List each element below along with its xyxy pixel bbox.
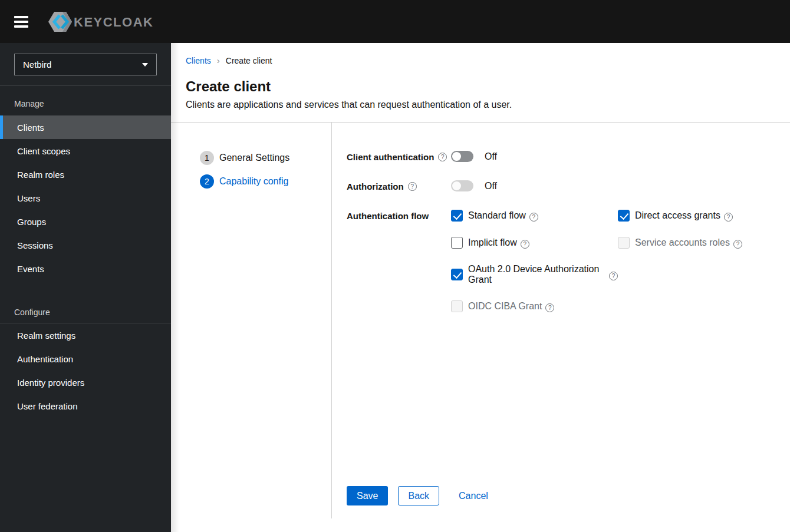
sidebar-item-users[interactable]: Users [0,186,171,210]
capability-config-form: Client authentication ? Off Authorizatio… [332,123,790,518]
realm-selector[interactable]: Netbird [14,54,157,75]
help-icon[interactable]: ? [521,240,529,249]
authentication-flow-options: Standard flow ? Direct access grants ? I… [451,210,785,312]
step-label: General Settings [219,153,289,163]
sidebar-section-configure: Configure [0,295,171,323]
sidebar-item-user-federation[interactable]: User federation [0,394,171,418]
sidebar-item-groups[interactable]: Groups [0,210,171,233]
help-icon[interactable]: ? [609,272,618,280]
service-accounts-roles-option: Service accounts roles ? [618,237,785,249]
page-subtitle: Clients are applications and services th… [186,100,775,110]
cancel-button[interactable]: Cancel [449,486,498,505]
oidc-ciba-grant-option: OIDC CIBA Grant ? [451,300,618,312]
standard-flow-checkbox[interactable] [451,210,463,222]
direct-access-grants-option: Direct access grants ? [618,210,785,222]
help-icon[interactable]: ? [529,213,538,222]
chevron-right-icon: › [217,55,220,65]
oidc-ciba-grant-checkbox [451,300,463,312]
client-authentication-toggle[interactable] [451,151,473,162]
authentication-flow-label: Authentication flow [347,211,429,221]
sidebar: Netbird Manage Clients Client scopes Rea… [0,43,171,532]
form-actions: Save Back Cancel [347,486,498,505]
standard-flow-option: Standard flow ? [451,210,618,222]
top-bar: KEYCLOAK [0,0,790,43]
main-content: Clients › Create client Create client Cl… [171,43,790,532]
save-button[interactable]: Save [347,486,388,505]
caret-down-icon [142,63,148,67]
authorization-row: Authorization ? Off [347,180,790,191]
sidebar-item-realm-settings[interactable]: Realm settings [0,323,171,347]
sidebar-item-client-scopes[interactable]: Client scopes [0,139,171,163]
sidebar-item-clients[interactable]: Clients [0,115,171,139]
step-number-badge: 1 [200,151,214,165]
svg-text:KEYCLOAK: KEYCLOAK [74,15,153,29]
wizard-step-general-settings[interactable]: 1 General Settings [200,151,331,165]
help-icon[interactable]: ? [724,213,733,222]
page-header: Clients › Create client Create client Cl… [171,43,790,123]
keycloak-logo-icon: KEYCLOAK [46,10,164,34]
client-authentication-row: Client authentication ? Off [347,151,790,162]
implicit-flow-checkbox[interactable] [451,237,463,249]
oauth-device-grant-checkbox[interactable] [451,269,463,280]
sidebar-section-manage: Manage [0,86,171,115]
implicit-flow-option: Implicit flow ? [451,237,618,249]
service-accounts-roles-checkbox [618,237,630,249]
back-button[interactable]: Back [398,486,439,505]
breadcrumb-current: Create client [226,56,272,65]
step-label: Capability config [219,176,288,187]
sidebar-item-authentication[interactable]: Authentication [0,347,171,371]
toggle-knob [452,152,461,161]
hamburger-menu-icon[interactable] [14,16,28,28]
client-authentication-value: Off [485,151,497,162]
wizard-nav: 1 General Settings 2 Capability config [171,123,332,518]
authorization-label: Authorization [347,181,404,191]
realm-selector-container: Netbird [0,43,171,86]
create-client-wizard: 1 General Settings 2 Capability config C… [171,123,790,518]
authorization-value: Off [485,181,497,191]
step-number-badge: 2 [200,174,214,189]
toggle-knob [452,181,461,190]
sidebar-item-realm-roles[interactable]: Realm roles [0,163,171,186]
help-icon[interactable]: ? [733,240,742,249]
page-title: Create client [186,78,775,95]
help-icon[interactable]: ? [438,153,447,161]
authorization-toggle [451,180,473,191]
help-icon[interactable]: ? [408,182,417,191]
wizard-step-capability-config[interactable]: 2 Capability config [200,174,331,189]
direct-access-grants-checkbox[interactable] [618,210,630,222]
breadcrumb-clients-link[interactable]: Clients [186,56,211,65]
sidebar-item-sessions[interactable]: Sessions [0,233,171,257]
authentication-flow-row: Authentication flow Standard flow ? Dire… [347,210,790,312]
realm-selector-value: Netbird [23,60,51,70]
help-icon[interactable]: ? [545,303,554,312]
oauth-device-grant-option: OAuth 2.0 Device Authorization Grant ? [451,264,618,285]
client-authentication-label: Client authentication [347,152,434,162]
sidebar-item-identity-providers[interactable]: Identity providers [0,371,171,394]
breadcrumb: Clients › Create client [186,55,775,65]
sidebar-item-events[interactable]: Events [0,257,171,280]
keycloak-logo: KEYCLOAK [46,10,164,34]
